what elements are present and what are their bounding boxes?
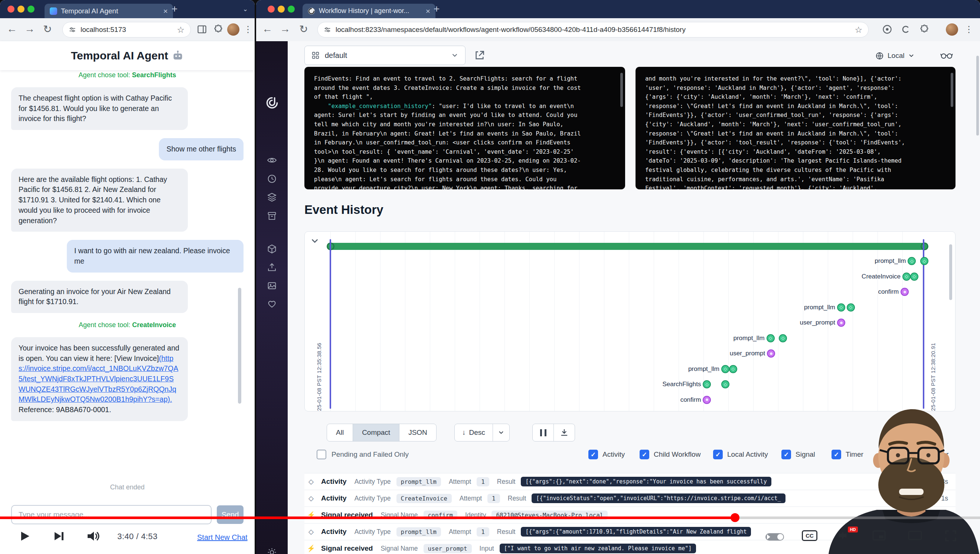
workflow-input-code-panel[interactable]: FindEvents: Find an event to travel to 2…	[304, 67, 625, 189]
side-panel-icon[interactable]	[197, 24, 207, 35]
activity-event-dot[interactable]: ◇	[910, 272, 918, 281]
event-type-filter[interactable]: ✓Timer	[832, 448, 864, 461]
activity-event-dot[interactable]: ◇	[721, 380, 729, 388]
fullscreen-button[interactable]	[944, 530, 957, 542]
reload-button[interactable]: ↻	[297, 23, 310, 35]
activity-event-dot[interactable]: ◇	[729, 365, 737, 373]
address-bar[interactable]: localhost:8233/namespaces/default/workfl…	[317, 22, 869, 38]
activity-event-dot[interactable]: ◇	[643, 411, 651, 411]
event-row[interactable]: ◇ActivityActivity Typeprompt_llmAttempt1…	[304, 473, 956, 490]
layers-icon[interactable]	[267, 192, 277, 202]
browser-menu-icon[interactable]: ⋮	[243, 24, 253, 35]
history-clock-icon[interactable]	[267, 174, 277, 184]
browser-menu-icon[interactable]: ⋮	[964, 24, 973, 35]
workflow-execution-bar[interactable]	[330, 243, 924, 250]
close-window-button[interactable]	[268, 6, 275, 13]
activity-event-dot[interactable]: ◇	[920, 257, 928, 265]
timeline-scrollbar[interactable]	[949, 244, 952, 300]
heart-icon[interactable]	[267, 299, 277, 309]
activity-event-dot[interactable]: ◇	[902, 272, 911, 281]
miniplayer-button[interactable]	[872, 530, 886, 541]
start-new-chat-link[interactable]: Start New Chat	[197, 533, 248, 542]
signal-event-dot[interactable]	[837, 318, 845, 327]
video-playhead[interactable]	[730, 513, 740, 522]
image-icon[interactable]	[267, 281, 277, 291]
workflow-result-code-panel[interactable]: and month you're interested in for the e…	[635, 67, 956, 189]
activity-event-dot[interactable]: ◇	[847, 303, 855, 312]
next-button[interactable]	[52, 530, 65, 543]
address-bar[interactable]: localhost:5173 ☆	[62, 22, 191, 38]
extension-badge-icon[interactable]	[882, 24, 892, 35]
labs-glasses-icon[interactable]	[940, 50, 953, 61]
open-external-link-icon[interactable]	[474, 49, 485, 61]
archive-box-icon[interactable]	[267, 211, 277, 221]
upload-tray-icon[interactable]	[267, 262, 277, 272]
theater-mode-button[interactable]	[908, 530, 922, 541]
extensions-puzzle-icon[interactable]	[919, 24, 929, 35]
site-info-icon[interactable]	[324, 26, 331, 33]
activity-event-dot[interactable]: ◇	[721, 365, 729, 373]
cluster-selector[interactable]: Local	[875, 49, 915, 63]
view-tab-all[interactable]: All	[327, 424, 353, 441]
back-button[interactable]: ←	[261, 23, 274, 35]
event-type-filter[interactable]: ✓Local Activity	[713, 448, 768, 461]
back-button[interactable]: ←	[5, 23, 19, 35]
volume-button[interactable]	[86, 530, 101, 543]
activity-event-dot[interactable]: ◇	[908, 257, 916, 265]
collapse-chevron-icon[interactable]	[310, 236, 320, 246]
minimize-window-button[interactable]	[18, 6, 24, 13]
signal-event-dot[interactable]	[767, 349, 775, 358]
zoom-window-button[interactable]	[27, 6, 35, 13]
activity-event-dot[interactable]: ◇	[633, 411, 641, 411]
chat-scrollbar[interactable]	[238, 288, 241, 404]
reload-button[interactable]: ↻	[41, 23, 54, 35]
activity-event-dot[interactable]: ◇	[703, 380, 711, 388]
pause-button[interactable]	[533, 424, 554, 441]
bookmark-star-icon[interactable]: ☆	[854, 25, 862, 35]
profile-avatar[interactable]	[227, 23, 239, 36]
minimize-window-button[interactable]	[278, 6, 285, 13]
checkbox[interactable]: ✓	[832, 450, 841, 459]
event-type-filter[interactable]: ✓Signal	[781, 448, 815, 461]
close-tab-icon[interactable]: ×	[426, 7, 430, 16]
site-info-icon[interactable]	[69, 26, 76, 33]
view-tab-json[interactable]: JSON	[399, 424, 436, 441]
sort-desc-button[interactable]: ↓ Desc	[455, 424, 493, 441]
sort-dropdown-button[interactable]	[493, 424, 509, 441]
forward-button[interactable]: →	[23, 23, 37, 35]
workflow-end-dot[interactable]	[921, 242, 928, 250]
new-tab-button[interactable]: +	[172, 3, 177, 15]
extensions-puzzle-icon[interactable]	[213, 24, 223, 35]
tab-search-chevron-icon[interactable]: ⌄	[243, 5, 248, 13]
event-row[interactable]: ⚡Signal receivedSignal Nameuser_promptIn…	[304, 540, 956, 554]
send-button[interactable]: Send	[217, 505, 243, 524]
event-row[interactable]: ⚡Signal receivedSignal NameconfirmIdenti…	[304, 506, 956, 523]
extension-c-icon[interactable]	[900, 24, 911, 35]
signal-event-dot[interactable]	[900, 288, 909, 296]
checkbox[interactable]: ✓	[589, 450, 598, 459]
close-window-button[interactable]	[8, 6, 14, 13]
event-type-filter[interactable]: ✓Other	[917, 448, 949, 461]
code-scrollbar[interactable]	[620, 73, 623, 107]
code-scrollbar[interactable]	[951, 73, 953, 107]
download-button[interactable]	[554, 424, 574, 441]
event-type-filter[interactable]: ✓Activity	[589, 448, 625, 461]
new-tab-button[interactable]: +	[434, 3, 439, 15]
eye-icon[interactable]	[267, 155, 277, 165]
bookmark-star-icon[interactable]: ☆	[177, 25, 185, 35]
event-row[interactable]: ◇ActivityActivity TypeCreateInvoiceAttem…	[304, 490, 956, 506]
checkbox[interactable]: ✓	[781, 450, 791, 459]
autoplay-toggle[interactable]	[765, 533, 784, 541]
profile-avatar[interactable]	[946, 23, 958, 36]
activity-event-dot[interactable]: ◇	[767, 334, 775, 342]
activity-event-dot[interactable]: ◇	[837, 303, 845, 312]
temporal-logo[interactable]	[266, 96, 279, 110]
signal-event-dot[interactable]	[703, 396, 711, 404]
settings-gear-icon[interactable]	[836, 529, 850, 542]
checkbox[interactable]: ✓	[713, 450, 723, 459]
tab-temporal-ai-agent[interactable]: Temporal AI Agent ×	[45, 4, 173, 18]
activity-event-dot[interactable]: ◇	[779, 334, 787, 342]
view-tab-compact[interactable]: Compact	[353, 424, 399, 441]
closed-captions-button[interactable]: CC	[802, 530, 818, 541]
event-type-filter[interactable]: ✓Child Workflow	[640, 448, 700, 461]
